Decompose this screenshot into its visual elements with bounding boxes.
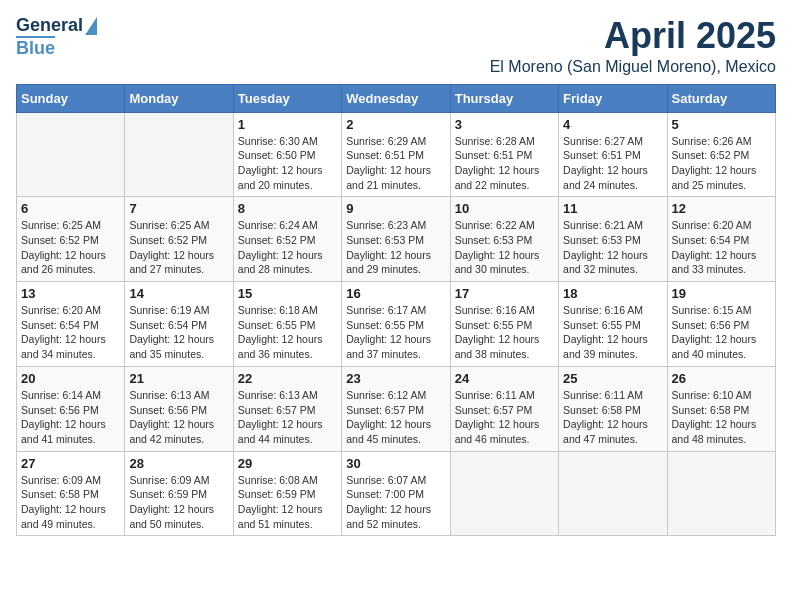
day-info: Sunrise: 6:27 AM Sunset: 6:51 PM Dayligh… — [563, 134, 662, 193]
day-info: Sunrise: 6:29 AM Sunset: 6:51 PM Dayligh… — [346, 134, 445, 193]
day-number: 5 — [672, 117, 771, 132]
page-header: General Blue April 2025 El Moreno (San M… — [16, 16, 776, 76]
day-info: Sunrise: 6:26 AM Sunset: 6:52 PM Dayligh… — [672, 134, 771, 193]
day-number: 27 — [21, 456, 120, 471]
calendar-cell: 3Sunrise: 6:28 AM Sunset: 6:51 PM Daylig… — [450, 112, 558, 197]
calendar-cell: 12Sunrise: 6:20 AM Sunset: 6:54 PM Dayli… — [667, 197, 775, 282]
day-info: Sunrise: 6:14 AM Sunset: 6:56 PM Dayligh… — [21, 388, 120, 447]
calendar-cell: 6Sunrise: 6:25 AM Sunset: 6:52 PM Daylig… — [17, 197, 125, 282]
logo-triangle-icon — [85, 17, 97, 35]
day-info: Sunrise: 6:24 AM Sunset: 6:52 PM Dayligh… — [238, 218, 337, 277]
day-number: 6 — [21, 201, 120, 216]
calendar-cell: 25Sunrise: 6:11 AM Sunset: 6:58 PM Dayli… — [559, 366, 667, 451]
day-info: Sunrise: 6:16 AM Sunset: 6:55 PM Dayligh… — [563, 303, 662, 362]
day-info: Sunrise: 6:13 AM Sunset: 6:57 PM Dayligh… — [238, 388, 337, 447]
day-number: 23 — [346, 371, 445, 386]
day-info: Sunrise: 6:09 AM Sunset: 6:59 PM Dayligh… — [129, 473, 228, 532]
day-number: 10 — [455, 201, 554, 216]
logo: General Blue — [16, 16, 97, 59]
calendar-table: Sunday Monday Tuesday Wednesday Thursday… — [16, 84, 776, 537]
day-number: 1 — [238, 117, 337, 132]
day-number: 20 — [21, 371, 120, 386]
calendar-cell: 5Sunrise: 6:26 AM Sunset: 6:52 PM Daylig… — [667, 112, 775, 197]
day-info: Sunrise: 6:25 AM Sunset: 6:52 PM Dayligh… — [129, 218, 228, 277]
calendar-cell — [450, 451, 558, 536]
day-number: 18 — [563, 286, 662, 301]
day-number: 9 — [346, 201, 445, 216]
day-info: Sunrise: 6:09 AM Sunset: 6:58 PM Dayligh… — [21, 473, 120, 532]
calendar-cell: 16Sunrise: 6:17 AM Sunset: 6:55 PM Dayli… — [342, 282, 450, 367]
calendar-cell: 15Sunrise: 6:18 AM Sunset: 6:55 PM Dayli… — [233, 282, 341, 367]
day-info: Sunrise: 6:20 AM Sunset: 6:54 PM Dayligh… — [21, 303, 120, 362]
day-number: 13 — [21, 286, 120, 301]
calendar-cell: 20Sunrise: 6:14 AM Sunset: 6:56 PM Dayli… — [17, 366, 125, 451]
header-tuesday: Tuesday — [233, 84, 341, 112]
day-info: Sunrise: 6:20 AM Sunset: 6:54 PM Dayligh… — [672, 218, 771, 277]
day-info: Sunrise: 6:16 AM Sunset: 6:55 PM Dayligh… — [455, 303, 554, 362]
calendar-cell: 28Sunrise: 6:09 AM Sunset: 6:59 PM Dayli… — [125, 451, 233, 536]
calendar-cell: 7Sunrise: 6:25 AM Sunset: 6:52 PM Daylig… — [125, 197, 233, 282]
calendar-title: April 2025 — [490, 16, 776, 56]
calendar-cell — [559, 451, 667, 536]
day-number: 8 — [238, 201, 337, 216]
calendar-week-row: 20Sunrise: 6:14 AM Sunset: 6:56 PM Dayli… — [17, 366, 776, 451]
day-info: Sunrise: 6:11 AM Sunset: 6:57 PM Dayligh… — [455, 388, 554, 447]
calendar-cell — [125, 112, 233, 197]
day-number: 12 — [672, 201, 771, 216]
calendar-cell: 27Sunrise: 6:09 AM Sunset: 6:58 PM Dayli… — [17, 451, 125, 536]
calendar-body: 1Sunrise: 6:30 AM Sunset: 6:50 PM Daylig… — [17, 112, 776, 536]
calendar-cell: 23Sunrise: 6:12 AM Sunset: 6:57 PM Dayli… — [342, 366, 450, 451]
day-number: 29 — [238, 456, 337, 471]
calendar-week-row: 13Sunrise: 6:20 AM Sunset: 6:54 PM Dayli… — [17, 282, 776, 367]
day-number: 4 — [563, 117, 662, 132]
calendar-cell: 24Sunrise: 6:11 AM Sunset: 6:57 PM Dayli… — [450, 366, 558, 451]
day-number: 2 — [346, 117, 445, 132]
day-info: Sunrise: 6:28 AM Sunset: 6:51 PM Dayligh… — [455, 134, 554, 193]
day-info: Sunrise: 6:11 AM Sunset: 6:58 PM Dayligh… — [563, 388, 662, 447]
calendar-cell — [17, 112, 125, 197]
calendar-cell: 9Sunrise: 6:23 AM Sunset: 6:53 PM Daylig… — [342, 197, 450, 282]
day-info: Sunrise: 6:22 AM Sunset: 6:53 PM Dayligh… — [455, 218, 554, 277]
day-number: 3 — [455, 117, 554, 132]
header-friday: Friday — [559, 84, 667, 112]
calendar-cell: 21Sunrise: 6:13 AM Sunset: 6:56 PM Dayli… — [125, 366, 233, 451]
calendar-cell — [667, 451, 775, 536]
calendar-cell: 30Sunrise: 6:07 AM Sunset: 7:00 PM Dayli… — [342, 451, 450, 536]
day-info: Sunrise: 6:13 AM Sunset: 6:56 PM Dayligh… — [129, 388, 228, 447]
day-number: 28 — [129, 456, 228, 471]
day-info: Sunrise: 6:10 AM Sunset: 6:58 PM Dayligh… — [672, 388, 771, 447]
header-monday: Monday — [125, 84, 233, 112]
calendar-cell: 17Sunrise: 6:16 AM Sunset: 6:55 PM Dayli… — [450, 282, 558, 367]
logo-text-general: General — [16, 16, 83, 36]
title-area: April 2025 El Moreno (San Miguel Moreno)… — [490, 16, 776, 76]
day-number: 24 — [455, 371, 554, 386]
calendar-cell: 19Sunrise: 6:15 AM Sunset: 6:56 PM Dayli… — [667, 282, 775, 367]
header-wednesday: Wednesday — [342, 84, 450, 112]
calendar-cell: 10Sunrise: 6:22 AM Sunset: 6:53 PM Dayli… — [450, 197, 558, 282]
day-number: 17 — [455, 286, 554, 301]
logo-text-blue: Blue — [16, 36, 55, 59]
calendar-cell: 18Sunrise: 6:16 AM Sunset: 6:55 PM Dayli… — [559, 282, 667, 367]
day-info: Sunrise: 6:12 AM Sunset: 6:57 PM Dayligh… — [346, 388, 445, 447]
day-info: Sunrise: 6:25 AM Sunset: 6:52 PM Dayligh… — [21, 218, 120, 277]
day-info: Sunrise: 6:18 AM Sunset: 6:55 PM Dayligh… — [238, 303, 337, 362]
day-number: 30 — [346, 456, 445, 471]
day-info: Sunrise: 6:19 AM Sunset: 6:54 PM Dayligh… — [129, 303, 228, 362]
calendar-cell: 8Sunrise: 6:24 AM Sunset: 6:52 PM Daylig… — [233, 197, 341, 282]
day-info: Sunrise: 6:15 AM Sunset: 6:56 PM Dayligh… — [672, 303, 771, 362]
calendar-cell: 4Sunrise: 6:27 AM Sunset: 6:51 PM Daylig… — [559, 112, 667, 197]
day-number: 16 — [346, 286, 445, 301]
day-number: 26 — [672, 371, 771, 386]
day-number: 14 — [129, 286, 228, 301]
calendar-cell: 22Sunrise: 6:13 AM Sunset: 6:57 PM Dayli… — [233, 366, 341, 451]
day-number: 7 — [129, 201, 228, 216]
calendar-week-row: 1Sunrise: 6:30 AM Sunset: 6:50 PM Daylig… — [17, 112, 776, 197]
calendar-cell: 1Sunrise: 6:30 AM Sunset: 6:50 PM Daylig… — [233, 112, 341, 197]
calendar-week-row: 27Sunrise: 6:09 AM Sunset: 6:58 PM Dayli… — [17, 451, 776, 536]
day-number: 21 — [129, 371, 228, 386]
calendar-cell: 13Sunrise: 6:20 AM Sunset: 6:54 PM Dayli… — [17, 282, 125, 367]
day-number: 25 — [563, 371, 662, 386]
day-number: 11 — [563, 201, 662, 216]
day-info: Sunrise: 6:07 AM Sunset: 7:00 PM Dayligh… — [346, 473, 445, 532]
day-info: Sunrise: 6:21 AM Sunset: 6:53 PM Dayligh… — [563, 218, 662, 277]
